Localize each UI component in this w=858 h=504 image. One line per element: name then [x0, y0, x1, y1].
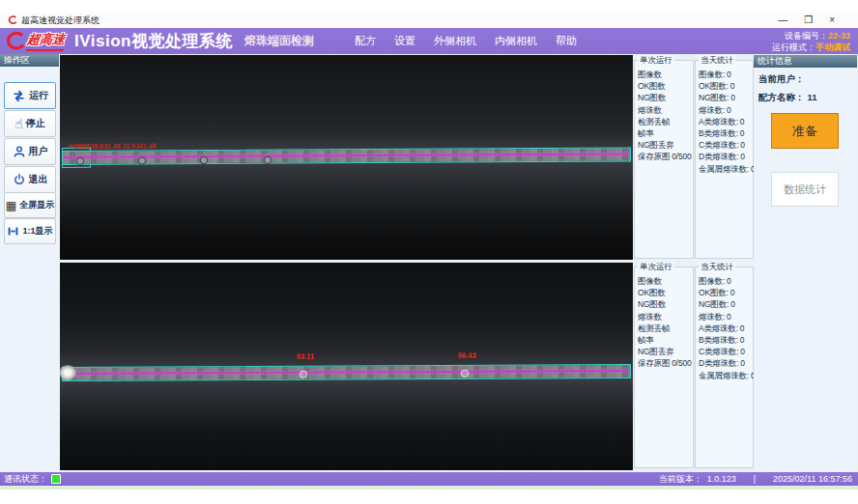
defect-marker [200, 156, 208, 164]
stat-label: B类熔珠数: [699, 127, 738, 139]
stat-row: 检测丢帧 [638, 322, 692, 334]
close-button[interactable]: × [829, 14, 835, 27]
stat-value: 0 [727, 104, 731, 116]
defect-marker [300, 371, 307, 378]
stat-label: 图像数 [638, 69, 662, 80]
groupbox-title: 单次运行 [638, 55, 674, 67]
run-mode-row: 运行模式：手动调试 [772, 42, 850, 53]
groupbox-title: 单次运行 [638, 262, 674, 273]
stat-label: NG图丢弃 [638, 346, 673, 357]
menu-item[interactable]: 配方 [355, 34, 376, 48]
outer-single-run-stats: 单次运行 图像数 OK图数 NG图数 熔珠数 [634, 60, 694, 259]
stat-row: OK图数 [638, 287, 692, 298]
inner-single-run-stats: 单次运行 图像数 OK图数 NG图数 熔珠数 [634, 266, 694, 468]
version-value: 1.0.123 [707, 474, 736, 484]
fullscreen-button[interactable]: ▦ 全屏显示 [4, 192, 56, 218]
stat-value: 0 [730, 287, 735, 298]
stat-row: C类熔珠数: 0 [699, 346, 752, 357]
stat-row: NG图数: 0 [699, 298, 752, 310]
stat-row: 帧率 [638, 334, 692, 346]
stat-row: 帧率 [638, 127, 692, 139]
data-statistics-button[interactable]: 数据统计 [771, 172, 839, 207]
app-logo-icon [8, 15, 17, 25]
outer-strip-overlay: 44988539.531.49 31.5341.49 [62, 142, 631, 169]
groupbox-title: 当天统计 [699, 262, 735, 273]
menu-item[interactable]: 设置 [394, 34, 415, 48]
stat-value: 0 [740, 334, 745, 346]
stat-label: 图像数: [699, 275, 725, 287]
stop-hand-icon: ☝ [14, 117, 23, 130]
exit-button[interactable]: 退出 [4, 166, 56, 193]
stat-value: 0 [740, 357, 745, 369]
version-label: 当前版本： [659, 473, 702, 486]
menu-item[interactable]: 帮助 [556, 34, 577, 48]
stat-value: 0 [730, 92, 735, 103]
edge-line-overlay [63, 153, 630, 158]
stat-row: 图像数: 0 [699, 69, 752, 80]
stat-value: 0 [730, 298, 735, 310]
stat-row: NG图数 [638, 92, 692, 103]
menu-item[interactable]: 外侧相机 [434, 34, 476, 48]
current-user-row: 当前用户： [758, 73, 857, 86]
brand-logo-text: 超高速 [26, 31, 67, 51]
measurement-annotation: 56.43 [458, 351, 476, 360]
stat-row: NG图数 [638, 298, 692, 310]
app-title: IVision视觉处理系统 [74, 30, 233, 52]
user-button[interactable]: 用户 [4, 138, 56, 165]
recipe-value: 11 [808, 92, 817, 102]
info-panel-title: 统计信息 [754, 55, 857, 68]
stat-value: 0/500 [672, 357, 691, 369]
stat-label: 图像数 [638, 275, 662, 287]
stat-label: OK图数: [699, 80, 729, 92]
stat-label: 金属屑熔珠数: [699, 370, 749, 381]
status-bar: 通讯状态： 当前版本： 1.0.123 | 2025/02/11 16:57:5… [0, 472, 858, 486]
stat-label: 检测丢帧 [638, 116, 670, 127]
window-title: 超高速视觉处理系统 [21, 14, 100, 27]
one-to-one-button[interactable]: 1:1显示 [4, 218, 56, 244]
stat-label: NG图数 [638, 92, 666, 103]
edge-line-overlay [63, 370, 630, 375]
stat-label: 金属屑熔珠数: [699, 163, 749, 175]
menu-item[interactable]: 内侧相机 [495, 34, 537, 48]
prepare-button[interactable]: 准备 [771, 113, 839, 149]
minimize-button[interactable]: — [778, 14, 787, 27]
stat-row: B类熔珠数: 0 [699, 334, 752, 346]
statistics-info-panel: 统计信息 当前用户： 配方名称：11 准备 数据统计 [754, 55, 857, 470]
defect-marker [138, 156, 146, 164]
stat-row: NG图丢弃 [638, 139, 692, 151]
inner-camera-view: 53.11 56.43 [60, 263, 633, 470]
stop-button[interactable]: ☝ 停止 [4, 110, 56, 137]
restore-button[interactable]: ❐ [804, 14, 813, 27]
comm-status-indicator [51, 474, 61, 484]
stat-value: 0 [740, 116, 745, 127]
stat-row: 熔珠数: 0 [699, 311, 752, 322]
stat-label: 熔珠数: [699, 104, 725, 116]
stat-row: 熔珠数 [638, 311, 692, 322]
stat-label: A类熔珠数: [699, 116, 738, 127]
stat-row: 熔珠数: 0 [699, 104, 752, 116]
stat-label: C类熔珠数: [699, 346, 738, 357]
stat-label: 保存原图 [638, 357, 670, 369]
stat-value: 0 [740, 322, 745, 334]
stat-value: 0 [730, 80, 735, 92]
strip-end-highlight [60, 365, 76, 380]
stat-value: 0 [740, 139, 745, 151]
stat-value: 0 [727, 275, 731, 287]
run-button[interactable]: 运行 [4, 82, 56, 109]
stat-label: 熔珠数 [638, 311, 662, 322]
defect-marker [461, 370, 469, 378]
detection-roi-box [62, 364, 631, 381]
stat-row: 检测丢帧 [638, 116, 692, 127]
stat-value: 0 [740, 346, 745, 357]
stat-row: C类熔珠数: 0 [699, 139, 752, 151]
stat-row: D类熔珠数: 0 [699, 357, 752, 369]
app-header: 超高速 IVision视觉处理系统 熔珠端面检测 配方 设置 外侧相机 内侧相机… [0, 28, 858, 54]
one-to-one-icon [7, 225, 19, 238]
stat-label: NG图数 [638, 298, 666, 310]
measurement-annotation: 44988539.531.49 31.5341.49 [68, 142, 157, 150]
stat-label: D类熔珠数: [699, 151, 738, 162]
stat-row: D类熔珠数: 0 [699, 151, 752, 162]
stat-row: 金属屑熔珠数: 0 [699, 370, 752, 381]
measurement-annotation: 53.11 [297, 352, 314, 361]
stat-label: C类熔珠数: [699, 139, 738, 151]
